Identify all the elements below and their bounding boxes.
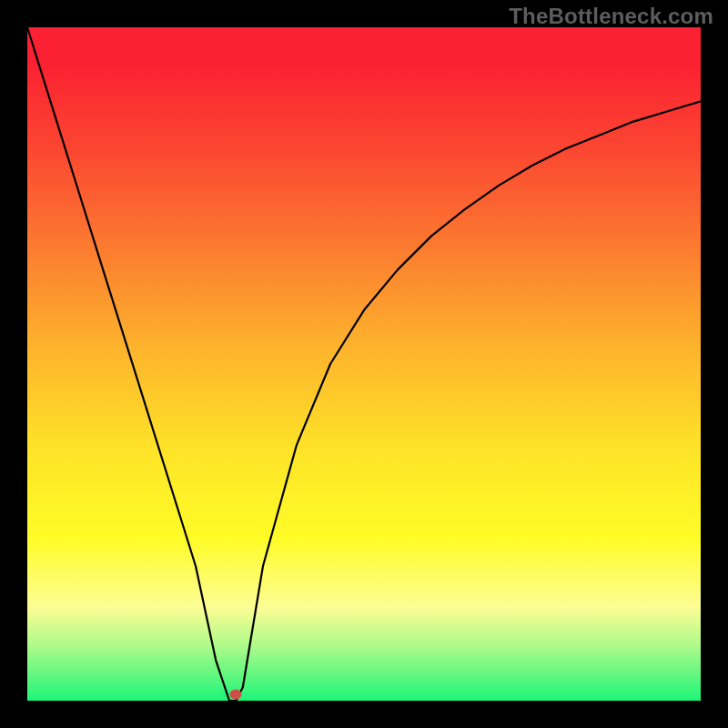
chart-stage: TheBottleneck.com	[0, 0, 728, 728]
plot-area	[27, 27, 701, 701]
watermark-text: TheBottleneck.com	[509, 4, 713, 29]
optimal-point-marker	[230, 689, 242, 699]
bottleneck-curve	[27, 27, 701, 701]
